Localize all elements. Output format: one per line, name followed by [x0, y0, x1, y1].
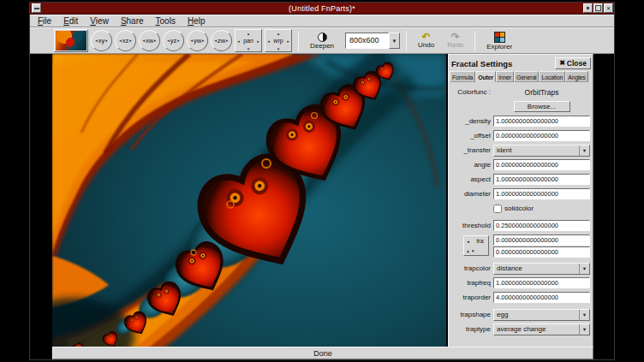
trapshape-select[interactable]: egg ▼ [493, 309, 590, 321]
menu-tools[interactable]: Tools [150, 15, 182, 27]
arrow-up-icon: ▴ [467, 248, 469, 253]
angle-field[interactable] [493, 159, 590, 170]
solidcolor-label: solidcolor [504, 205, 534, 212]
rotate-yz-button[interactable]: ◂ yz ▸ [163, 30, 184, 51]
iconify-icon [587, 7, 589, 9]
window-title: (Untitled FnParts)* [30, 3, 614, 15]
trapposition-y-field[interactable] [493, 246, 590, 258]
dropdown-arrow-icon: ▼ [579, 310, 589, 320]
window-menu-icon [34, 8, 39, 9]
transfer-label: _transfer [450, 146, 493, 154]
diameter-field[interactable] [493, 188, 590, 199]
menu-share[interactable]: Share [115, 15, 150, 27]
app-window: (Untitled FnParts)* ✕ File Edit View Sha… [29, 2, 615, 360]
trap-position-fourway[interactable]: ◂ tra ▴ ▾ [463, 235, 489, 256]
tab-general[interactable]: General [514, 71, 540, 82]
colorfunc-value: OrbitTraps [493, 88, 590, 97]
toolbar-separator [406, 31, 407, 51]
trapshape-label: trapshape [450, 311, 493, 318]
explorer-grid-cell [495, 33, 499, 37]
tab-angles[interactable]: Angles [565, 71, 587, 82]
arrow-right-icon: ▸ [202, 39, 205, 43]
redo-button[interactable]: ↷ Redo [442, 28, 468, 53]
deepen-icon [318, 33, 327, 42]
tab-formula[interactable]: Formula [450, 71, 475, 82]
trapfreq-label: trapfreq [450, 279, 493, 287]
solidcolor-checkbox[interactable] [493, 205, 502, 213]
trapcolor-select[interactable]: distance ▼ [493, 263, 590, 275]
warp-label: wrp [273, 38, 283, 44]
toolbar-separator [298, 31, 299, 51]
fractal-image [52, 54, 446, 348]
menu-view[interactable]: View [84, 15, 115, 27]
warp-button[interactable]: ▴ ◂ wrp ▸ ▾ [265, 29, 292, 52]
pan-button[interactable]: ▴ ◂ pan ▸ ▾ [235, 29, 262, 52]
arrow-left-icon: ◂ [190, 39, 193, 43]
arrow-down-icon: ▾ [472, 248, 474, 253]
close-panel-button[interactable]: ✖ Close [555, 57, 591, 69]
browse-button[interactable]: Browse... [514, 101, 570, 112]
arrow-right-icon: ▸ [257, 39, 259, 44]
tab-location[interactable]: Location [539, 71, 565, 82]
window-menu-button[interactable] [32, 3, 41, 13]
menu-file[interactable]: File [32, 15, 57, 27]
explorer-label: Explorer [486, 44, 512, 50]
transfer-select[interactable]: ident ▼ [493, 145, 590, 157]
aspect-label: aspect [450, 175, 493, 183]
rotate-xw-button[interactable]: ◂ xw ▸ [139, 30, 160, 51]
arrow-right-icon: ▸ [177, 39, 180, 43]
toolbar-separator [474, 31, 475, 51]
offset-field[interactable] [493, 130, 590, 141]
aspect-field[interactable] [493, 174, 590, 185]
trapfreq-field[interactable] [493, 277, 590, 288]
density-field[interactable] [493, 116, 590, 127]
iconify-button[interactable] [583, 3, 593, 13]
toolbar: ◂ xy ▸ ◂ xz ▸ ◂ xw ▸ ◂ yz ▸ ◂ yw ▸ ◂ zw … [30, 27, 614, 54]
explorer-grid-icon [494, 32, 505, 43]
threshold-field[interactable] [493, 220, 590, 231]
dropdown-arrow-icon[interactable]: ▼ [389, 33, 400, 49]
explorer-button[interactable]: Explorer [481, 28, 517, 53]
menu-help[interactable]: Help [182, 15, 212, 27]
traptype-label: traptype [450, 325, 493, 333]
redo-arrow-icon: ↷ [451, 33, 460, 41]
rotate-zw-label: zw [218, 38, 225, 45]
rotate-yw-button[interactable]: ◂ yw ▸ [187, 30, 208, 51]
undo-label: Undo [418, 42, 434, 49]
rotate-xy-button[interactable]: ◂ xy ▸ [91, 30, 112, 51]
dropdown-arrow-icon: ▼ [579, 324, 589, 335]
traptype-value: average change [494, 324, 579, 335]
fractal-canvas[interactable] [52, 54, 446, 348]
arrow-left-icon: ◂ [237, 39, 240, 44]
traporder-field[interactable] [493, 292, 590, 303]
statusbar: Done [52, 347, 593, 359]
close-window-icon: ✕ [606, 6, 611, 11]
undo-button[interactable]: ↶ Undo [413, 28, 439, 53]
redo-label: Redo [447, 42, 463, 49]
traporder-label: traporder [450, 294, 493, 301]
maximize-icon [595, 5, 601, 11]
deepen-button[interactable]: Deepen [305, 28, 339, 53]
resolution-select[interactable]: 800x600 ▼ [345, 33, 400, 49]
undo-arrow-icon: ↶ [422, 33, 431, 41]
arrow-left-icon: ◂ [167, 39, 170, 43]
maximize-button[interactable] [593, 3, 603, 13]
titlebar[interactable]: (Untitled FnParts)* ✕ [30, 3, 614, 15]
dropdown-arrow-icon: ▼ [579, 264, 589, 274]
rotate-zw-button[interactable]: ◂ zw ▸ [211, 30, 232, 51]
arrow-right-icon: ▸ [154, 39, 157, 43]
arrow-right-icon: ▸ [129, 39, 132, 43]
status-text: Done [313, 349, 332, 358]
arrow-down-icon: ▾ [277, 46, 280, 51]
traptype-select[interactable]: average change ▼ [493, 323, 590, 335]
angle-label: angle [450, 161, 493, 169]
offset-label: _offset [450, 132, 493, 139]
close-window-button[interactable]: ✕ [604, 3, 613, 13]
fractal-preview-button[interactable] [54, 29, 88, 52]
tab-outer[interactable]: Outer [475, 71, 496, 82]
menu-edit[interactable]: Edit [57, 15, 84, 27]
tab-inner[interactable]: Inner [496, 71, 514, 82]
rotate-xz-button[interactable]: ◂ xz ▸ [115, 30, 136, 51]
trapposition-x-field[interactable] [493, 234, 590, 246]
arrow-down-icon: ▾ [247, 46, 250, 51]
